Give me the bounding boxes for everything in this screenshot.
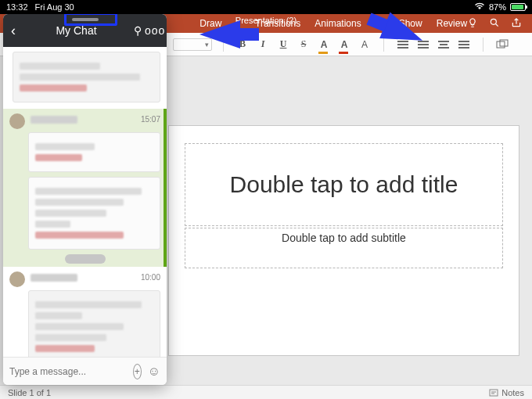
- svg-rect-1: [497, 41, 505, 48]
- message-group-highlighted: 15:07: [3, 109, 167, 267]
- chat-header: ‹ My Chat ⚲ ooo: [3, 14, 167, 47]
- search-icon[interactable]: [489, 17, 500, 31]
- insert-shape-button[interactable]: [494, 37, 510, 52]
- strike-button[interactable]: S: [296, 37, 311, 52]
- svg-point-0: [491, 19, 496, 24]
- avatar[interactable]: [9, 113, 25, 129]
- tab-animations[interactable]: Animations: [315, 18, 361, 29]
- slide-subtitle-placeholder[interactable]: Double tap to add subtitle: [185, 228, 503, 268]
- slide-canvas[interactable]: Double tap to add title Double tap to ad…: [168, 125, 519, 356]
- message-input[interactable]: [9, 366, 127, 377]
- spacing-button[interactable]: [456, 37, 472, 52]
- slide-title-placeholder[interactable]: Double tap to add title: [185, 143, 503, 226]
- message-time: 15:07: [141, 115, 160, 124]
- message-card[interactable]: [13, 52, 160, 102]
- more-icon[interactable]: ooo: [145, 24, 159, 37]
- clear-format-button[interactable]: A: [357, 37, 372, 52]
- svg-rect-2: [500, 40, 508, 46]
- back-button[interactable]: ‹: [11, 23, 16, 39]
- avatar[interactable]: [9, 271, 25, 287]
- drag-handle-icon[interactable]: [72, 18, 99, 21]
- chat-overlay-panel[interactable]: ‹ My Chat ⚲ ooo 15:07: [3, 14, 167, 385]
- font-color-button[interactable]: A: [336, 37, 352, 52]
- sender-name: [31, 116, 77, 124]
- highlight-color-button[interactable]: A: [316, 37, 332, 52]
- message-group: 10:00: [3, 267, 167, 357]
- battery-icon: [510, 3, 526, 11]
- chat-title: My Chat: [22, 24, 131, 37]
- lightbulb-icon[interactable]: [467, 17, 478, 31]
- status-time: 13:32: [6, 2, 28, 12]
- tab-review[interactable]: Review: [437, 18, 467, 29]
- chat-message-list[interactable]: 15:07 10:00: [3, 47, 167, 357]
- ios-status-bar: 13:32 Fri Aug 30 87%: [0, 0, 532, 14]
- chat-input-bar: + ☺: [3, 357, 167, 385]
- pin-icon[interactable]: ⚲: [131, 24, 145, 37]
- message-time: 10:00: [141, 273, 160, 282]
- slide-counter: Slide 1 of 1: [8, 388, 51, 397]
- load-more-pill[interactable]: [65, 254, 106, 264]
- status-date: Fri Aug 30: [35, 2, 74, 12]
- battery-percent: 87%: [489, 2, 506, 12]
- annotation-arrow-left: [200, 20, 240, 49]
- sender-name: [31, 274, 77, 282]
- message-card[interactable]: [28, 177, 160, 250]
- document-title: Presentation (2): [235, 16, 297, 25]
- status-footer: Slide 1 of 1 Notes: [0, 385, 532, 399]
- align-button[interactable]: [436, 37, 451, 52]
- notes-toggle[interactable]: Notes: [489, 388, 524, 397]
- share-icon[interactable]: [511, 17, 522, 31]
- message-card[interactable]: [28, 132, 160, 172]
- underline-button[interactable]: U: [275, 37, 291, 52]
- message-card[interactable]: [28, 290, 160, 357]
- svg-rect-3: [490, 390, 498, 396]
- attach-button[interactable]: +: [133, 364, 142, 379]
- emoji-button[interactable]: ☺: [148, 364, 160, 379]
- wifi-icon: [474, 2, 485, 12]
